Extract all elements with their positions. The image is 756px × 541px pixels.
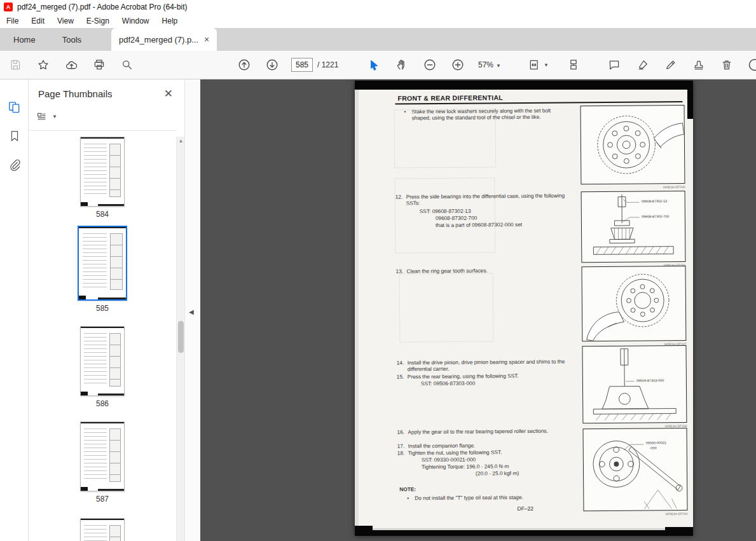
bullet-text: Stake the new lock washers securely alon… — [412, 107, 571, 121]
thumbnail-preview — [78, 226, 127, 301]
pdf-page[interactable]: FRONT & REAR DIFFERENTIAL • Stake the ne… — [355, 81, 693, 536]
torque-line: Tightening Torque: 196.0 - 245.0 N·m — [422, 463, 509, 470]
next-page-button[interactable] — [263, 56, 281, 74]
figure-side-bearing-press: 09608-87302-13 09608-87302-700 — [581, 191, 686, 263]
bullet-mark: • — [404, 108, 409, 121]
sst-callout: 09506-87303-000 — [636, 378, 664, 382]
step-number: 18. — [397, 449, 406, 456]
sst-line: SST: 09608-87302-13 — [420, 208, 471, 215]
figure-code: WRE3H-DF095 — [581, 185, 685, 189]
page-fit-select[interactable]: ▼ — [526, 56, 551, 74]
step-18: 18. Tighten the nut, using the following… — [397, 448, 575, 456]
navigation-rail — [0, 79, 29, 541]
document-canvas[interactable]: FRONT & REAR DIFFERENTIAL • Stake the ne… — [200, 79, 756, 541]
thumbnail-page-586[interactable]: 586 — [29, 326, 176, 408]
menu-esign[interactable]: E-Sign — [80, 15, 116, 27]
search-icon[interactable] — [118, 56, 136, 74]
step-14: 14. Install the drive pinion, drive pini… — [397, 358, 574, 373]
tab-tools-label: Tools — [62, 35, 81, 45]
scroll-mode-icon[interactable] — [565, 56, 582, 74]
page-thumbnails-panel-icon[interactable] — [0, 95, 29, 119]
thumbnail-page-585[interactable]: 585 — [29, 226, 176, 313]
sst-line: 09608-87302-700 — [436, 215, 478, 222]
highlight-icon[interactable] — [634, 56, 652, 74]
sst-callout: 09608-87302-700 — [642, 214, 669, 218]
tab-tools[interactable]: Tools — [49, 28, 95, 51]
step-13: 13. Clean the ring gear tooth surfaces. — [395, 266, 573, 275]
zoom-in-button[interactable] — [449, 56, 467, 74]
sst-line: SST: 09506-87303-000 — [421, 380, 475, 387]
step-text: Tighten the nut, using the following SST… — [408, 448, 575, 456]
scrollbar-thumb[interactable] — [178, 321, 184, 353]
chevron-down-icon: ▼ — [52, 114, 57, 120]
stamp-icon[interactable] — [690, 56, 708, 74]
thumbnail-page-587[interactable]: 587 — [29, 421, 176, 503]
thumbnail-page-number: 586 — [96, 399, 109, 408]
print-button[interactable] — [90, 56, 108, 74]
panel-edge: ◀ — [184, 79, 200, 541]
thumbnail-options-button[interactable]: ▼ — [36, 111, 57, 122]
save-button[interactable] — [6, 56, 24, 74]
share-upload-icon[interactable] — [62, 56, 80, 74]
chevron-down-icon: ▼ — [544, 62, 549, 68]
hand-tool-icon[interactable] — [393, 56, 411, 74]
torque-line: (20.0 - 25.0 kgf-m) — [476, 470, 519, 477]
partial-circle-icon[interactable] — [743, 56, 756, 74]
attachments-panel-icon[interactable] — [0, 153, 29, 177]
step-12: 12. Press the side bearings into the dif… — [395, 192, 573, 207]
sst-callout: -000 — [650, 446, 657, 449]
tab-document[interactable]: pdf24_merged (7).p... × — [111, 28, 217, 51]
note-item: • Do not install the "T" type oil seal a… — [407, 493, 574, 502]
menu-bar: File Edit View E-Sign Window Help — [0, 14, 756, 28]
collapse-panel-button[interactable]: ◀ — [189, 308, 194, 315]
figure-code: WRE3H-DF099 — [584, 512, 688, 516]
comment-icon[interactable] — [605, 56, 623, 74]
page-heading: FRONT & REAR DIFFERENTIAL — [397, 93, 503, 102]
tab-home[interactable]: Home — [0, 28, 49, 51]
previous-page-button[interactable] — [235, 56, 253, 74]
thumbnail-preview — [80, 326, 125, 396]
thumbnail-page-584[interactable]: 584 — [29, 137, 176, 219]
close-tab-icon[interactable]: × — [204, 35, 209, 44]
panel-scrollbar[interactable]: ▲ — [176, 137, 184, 541]
step-number: 12. — [395, 193, 404, 207]
thumbnail-page-588[interactable]: 588 — [29, 518, 176, 541]
bullet-mark: • — [407, 495, 412, 502]
step-text: Clean the ring gear tooth surfaces. — [406, 266, 573, 275]
menu-view[interactable]: View — [51, 15, 80, 27]
menu-file[interactable]: File — [0, 15, 25, 27]
thumbnail-page-number: 587 — [96, 495, 109, 503]
note-label: NOTE: — [399, 486, 416, 493]
scroll-up-icon[interactable]: ▲ — [177, 138, 184, 144]
delete-icon[interactable] — [718, 56, 736, 74]
bookmarks-panel-icon[interactable] — [0, 124, 29, 148]
step-text: Press the rear bearing, using the follow… — [408, 372, 574, 380]
instruction-bullet: • Stake the new lock washers securely al… — [404, 107, 571, 121]
menu-window[interactable]: Window — [116, 15, 156, 27]
note-text: Do not install the "T" type oil seal at … — [415, 493, 574, 501]
zoom-level-select[interactable]: 57%▼ — [478, 60, 501, 69]
window-titlebar: A pdf24_merged (7).pdf - Adobe Acrobat P… — [0, 0, 756, 14]
step-text: Apply the gear oil to the rear bearing t… — [408, 427, 574, 435]
window-title: pdf24_merged (7).pdf - Adobe Acrobat Pro… — [17, 3, 188, 11]
tab-document-label: pdf24_merged (7).p... — [119, 35, 198, 45]
step-number: 13. — [395, 268, 404, 275]
zoom-level-value: 57% — [478, 60, 493, 69]
menu-edit[interactable]: Edit — [25, 15, 51, 27]
thumbnail-preview — [80, 518, 125, 541]
sst-callout: 09608-87302-13 — [642, 199, 667, 203]
page-number-input[interactable] — [291, 58, 313, 72]
close-panel-icon[interactable]: ✕ — [164, 87, 173, 100]
sst-line: that is a part of 09608-87302-000 set — [436, 221, 522, 229]
thumbnail-preview — [80, 137, 125, 207]
page-total-label: / 1221 — [317, 60, 338, 69]
fill-sign-icon[interactable] — [662, 56, 680, 74]
step-15: 15. Press the rear bearing, using the fo… — [397, 372, 574, 380]
thumbnail-page-number: 585 — [96, 304, 109, 313]
zoom-out-button[interactable] — [421, 56, 439, 74]
menu-help[interactable]: Help — [156, 15, 184, 27]
chevron-down-icon: ▼ — [496, 63, 501, 69]
favorite-star-icon[interactable] — [34, 56, 52, 74]
select-tool-icon[interactable] — [365, 56, 383, 74]
step-number: 16. — [397, 428, 405, 435]
